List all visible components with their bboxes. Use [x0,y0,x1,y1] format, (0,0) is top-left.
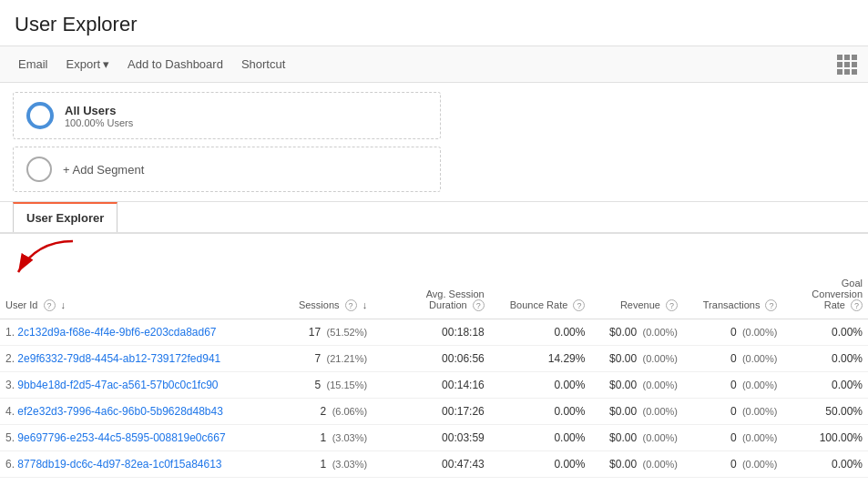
revenue-pct-2: (0.00%) [642,380,678,390]
tabs-area: User Explorer [0,202,868,234]
cell-bounce-0: 0.00% [490,319,591,346]
userid-link-0[interactable]: 2c132d9a-f68e-4f4e-9bf6-e203cda8ad67 [17,326,216,339]
revenue-pct-5: (0.00%) [642,459,678,470]
tab-user-explorer[interactable]: User Explorer [13,202,117,232]
userid-sort-icon[interactable]: ↓ [61,299,66,310]
cell-userid-3: 4. ef2e32d3-7996-4a6c-96b0-5b9628d48b43 [0,399,277,425]
cell-goal-3: 50.00% [782,399,868,425]
sessions-pct-1: (21.21%) [327,353,368,364]
export-button[interactable]: Export ▾ [59,54,117,75]
cell-userid-2: 3. 9bb4e18d-f2d5-47ac-a561-57b0c0c1fc90 [0,372,277,399]
data-table-wrapper: User Id ? ↓ Sessions ? ↓ Avg. SessionDur… [0,270,868,478]
add-segment-icon [26,157,52,182]
userid-link-1[interactable]: 2e9f6332-79d8-4454-ab12-739172fed941 [17,352,220,365]
table-row: 3. 9bb4e18d-f2d5-47ac-a561-57b0c0c1fc90 … [0,372,868,399]
all-users-segment: All Users 100.00% Users [13,92,441,139]
cell-revenue-1: $0.00 (0.00%) [590,346,683,372]
page-title: User Explorer [0,0,868,46]
cell-goal-0: 0.00% [782,319,868,346]
userid-link-3[interactable]: ef2e32d3-7996-4a6c-96b0-5b9628d48b43 [17,405,223,418]
cell-revenue-5: $0.00 (0.00%) [590,451,683,478]
revenue-pct-1: (0.00%) [642,353,678,364]
table-row: 6. 8778db19-dc6c-4d97-82ea-1c0f15a84613 … [0,451,868,478]
chevron-down-icon: ▾ [103,57,109,71]
add-segment-button[interactable]: + Add Segment [63,163,144,177]
toolbar: Email Export ▾ Add to Dashboard Shortcut [0,46,868,83]
revenue-pct-3: (0.00%) [642,406,678,417]
cell-bounce-5: 0.00% [490,451,591,478]
transactions-help-icon[interactable]: ? [765,299,777,311]
cell-bounce-3: 0.00% [490,399,591,425]
col-header-sessions: Sessions ? ↓ [277,270,373,319]
row-number-2: 3. [5,379,15,391]
userid-link-4[interactable]: 9e697796-e253-44c5-8595-008819e0c667 [17,431,225,444]
sessions-help-icon[interactable]: ? [345,299,357,311]
add-segment-box[interactable]: + Add Segment [13,147,441,192]
cell-revenue-4: $0.00 (0.00%) [590,425,683,451]
user-explorer-table: User Id ? ↓ Sessions ? ↓ Avg. SessionDur… [0,270,868,478]
userid-help-icon[interactable]: ? [44,299,56,311]
goal-help-icon[interactable]: ? [851,299,863,311]
email-button[interactable]: Email [11,54,56,75]
cell-goal-2: 0.00% [782,372,868,399]
cell-sessions-1: 7 (21.21%) [277,346,373,372]
cell-sessions-0: 17 (51.52%) [277,319,373,346]
cell-avgsession-1: 00:06:56 [373,346,490,372]
table-row: 1. 2c132d9a-f68e-4f4e-9bf6-e203cda8ad67 … [0,319,868,346]
cell-sessions-2: 5 (15.15%) [277,372,373,399]
segment-sub: 100.00% Users [65,117,133,128]
shortcut-button[interactable]: Shortcut [234,54,292,75]
transactions-pct-2: (0.00%) [742,380,778,390]
cell-sessions-3: 2 (6.06%) [277,399,373,425]
row-number-0: 1. [5,326,15,339]
transactions-pct-1: (0.00%) [742,353,778,364]
cell-sessions-5: 1 (3.03%) [277,451,373,478]
cell-bounce-4: 0.00% [490,425,591,451]
transactions-pct-0: (0.00%) [742,327,778,338]
transactions-pct-3: (0.00%) [742,406,778,417]
table-row: 4. ef2e32d3-7996-4a6c-96b0-5b9628d48b43 … [0,399,868,425]
sessions-pct-5: (3.03%) [332,459,368,470]
segment-name: All Users [65,104,133,117]
bounce-help-icon[interactable]: ? [573,299,585,311]
revenue-help-icon[interactable]: ? [666,299,678,311]
segment-circle-icon [26,102,54,129]
cell-revenue-0: $0.00 (0.00%) [590,319,683,346]
cell-revenue-2: $0.00 (0.00%) [590,372,683,399]
cell-transactions-0: 0 (0.00%) [683,319,782,346]
userid-link-2[interactable]: 9bb4e18d-f2d5-47ac-a561-57b0c0c1fc90 [17,379,218,391]
avgsession-help-icon[interactable]: ? [473,299,485,311]
sessions-sort-icon[interactable]: ↓ [363,299,368,310]
table-row: 5. 9e697796-e253-44c5-8595-008819e0c667 … [0,425,868,451]
row-number-3: 4. [5,405,15,418]
revenue-pct-0: (0.00%) [642,327,678,338]
cell-transactions-3: 0 (0.00%) [683,399,782,425]
row-number-5: 6. [5,458,15,471]
cell-avgsession-4: 00:03:59 [373,425,490,451]
table-row: 2. 2e9f6332-79d8-4454-ab12-739172fed941 … [0,346,868,372]
col-header-bounce: Bounce Rate ? [490,270,591,319]
sessions-pct-3: (6.06%) [332,406,368,417]
transactions-pct-5: (0.00%) [742,459,778,470]
grid-view-icon[interactable] [837,55,857,75]
cell-goal-1: 0.00% [782,346,868,372]
row-number-4: 5. [5,431,15,444]
sessions-pct-4: (3.03%) [332,432,368,443]
add-to-dashboard-button[interactable]: Add to Dashboard [120,54,230,75]
cell-transactions-2: 0 (0.00%) [683,372,782,399]
cell-userid-0: 1. 2c132d9a-f68e-4f4e-9bf6-e203cda8ad67 [0,319,277,346]
userid-link-5[interactable]: 8778db19-dc6c-4d97-82ea-1c0f15a84613 [17,458,221,471]
cell-transactions-1: 0 (0.00%) [683,346,782,372]
cell-transactions-5: 0 (0.00%) [683,451,782,478]
cell-transactions-4: 0 (0.00%) [683,425,782,451]
revenue-pct-4: (0.00%) [642,432,678,443]
red-arrow-indicator [9,238,82,283]
cell-userid-4: 5. 9e697796-e253-44c5-8595-008819e0c667 [0,425,277,451]
cell-userid-5: 6. 8778db19-dc6c-4d97-82ea-1c0f15a84613 [0,451,277,478]
cell-revenue-3: $0.00 (0.00%) [590,399,683,425]
transactions-pct-4: (0.00%) [742,432,778,443]
cell-userid-1: 2. 2e9f6332-79d8-4454-ab12-739172fed941 [0,346,277,372]
cell-sessions-4: 1 (3.03%) [277,425,373,451]
cell-avgsession-3: 00:17:26 [373,399,490,425]
cell-goal-5: 0.00% [782,451,868,478]
